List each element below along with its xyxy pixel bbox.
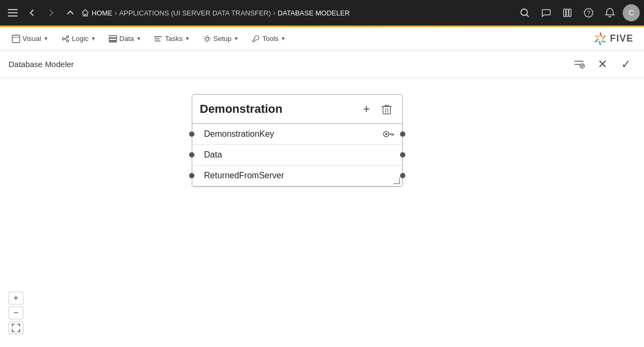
toolbar-tasks[interactable]: Tasks ▼	[149, 31, 195, 46]
toolbar-tools[interactable]: Tools ▼	[246, 31, 291, 46]
db-table-name: Demonstration	[200, 102, 354, 116]
breadcrumb-db-modeler[interactable]: DATABASE MODELER	[278, 9, 349, 17]
toolbar-tasks-label: Tasks	[165, 35, 182, 43]
breadcrumb-sep-2: ›	[273, 9, 276, 17]
notifications-icon-button[interactable]	[601, 4, 618, 21]
svg-rect-0	[8, 9, 18, 10]
svg-rect-25	[383, 106, 390, 114]
key-icon	[383, 130, 395, 138]
back-button[interactable]	[23, 4, 40, 21]
field-name: Data	[200, 150, 395, 160]
breadcrumb-apps[interactable]: APPLICATIONS (UI SERVER DATA TRANSFER)	[119, 9, 271, 17]
svg-point-12	[67, 40, 69, 42]
db-table-card[interactable]: Demonstration + DemonstrationKey Data Re…	[192, 94, 403, 187]
page-header: Database Modeler ✕ ✓	[0, 51, 644, 78]
toolbar-setup[interactable]: Setup ▼	[198, 31, 244, 46]
logic-caret: ▼	[91, 36, 96, 42]
setup-caret: ▼	[234, 36, 239, 42]
add-relation-button[interactable]	[569, 55, 589, 74]
forward-button[interactable]	[43, 4, 60, 21]
svg-rect-2	[8, 15, 18, 16]
table-row[interactable]: Data	[192, 145, 402, 166]
up-button[interactable]	[62, 4, 79, 21]
table-row[interactable]: ReturnedFromServer	[192, 166, 402, 186]
field-name: DemonstrationKey	[200, 129, 383, 139]
svg-rect-1	[8, 12, 18, 13]
tasks-caret: ▼	[185, 36, 190, 42]
svg-line-18	[600, 32, 601, 37]
svg-point-11	[67, 36, 69, 38]
close-button[interactable]: ✕	[593, 55, 612, 74]
svg-rect-5	[566, 9, 568, 16]
avatar-initial: C	[629, 9, 634, 17]
table-add-field-button[interactable]: +	[358, 101, 374, 117]
svg-line-21	[599, 41, 600, 45]
connector-right	[400, 131, 405, 137]
connector-left	[189, 152, 194, 158]
svg-point-27	[385, 133, 387, 135]
connector-left	[189, 131, 194, 137]
header-actions: ✕ ✓	[569, 55, 635, 74]
fit-view-button[interactable]	[9, 321, 23, 334]
main-canvas: Demonstration + DemonstrationKey Data Re…	[0, 78, 644, 347]
hamburger-menu-button[interactable]	[4, 4, 21, 21]
svg-rect-15	[109, 41, 117, 42]
svg-rect-6	[569, 9, 571, 16]
svg-rect-13	[109, 36, 117, 38]
page-title: Database Modeler	[9, 60, 74, 69]
toolbar-data-label: Data	[119, 35, 134, 43]
visual-caret: ▼	[43, 36, 48, 42]
home-label: HOME	[92, 9, 112, 17]
zoom-controls: + −	[9, 292, 23, 334]
resize-handle[interactable]	[394, 178, 400, 184]
confirm-button[interactable]: ✓	[616, 55, 635, 74]
svg-point-10	[62, 38, 64, 40]
toolbar-data[interactable]: Data ▼	[103, 31, 146, 46]
data-caret: ▼	[136, 36, 142, 42]
toolbar-logic-label: Logic	[72, 35, 88, 43]
field-name: ReturnedFromServer	[200, 171, 395, 180]
toolbar-tools-label: Tools	[262, 35, 278, 43]
user-avatar[interactable]: C	[623, 4, 640, 21]
tools-caret: ▼	[281, 36, 286, 42]
toolbar-logic[interactable]: Logic ▼	[56, 31, 101, 46]
connector-right	[400, 152, 405, 158]
svg-rect-4	[564, 9, 566, 16]
toolbar-visual[interactable]: Visual ▼	[6, 31, 54, 46]
svg-text:?: ?	[587, 10, 591, 17]
home-nav-button[interactable]: HOME	[81, 9, 112, 17]
table-row[interactable]: DemonstrationKey	[192, 124, 402, 145]
breadcrumb: HOME › APPLICATIONS (UI SERVER DATA TRAN…	[81, 9, 350, 17]
svg-rect-9	[12, 35, 20, 43]
breadcrumb-sep-1: ›	[115, 9, 117, 17]
db-table-header: Demonstration +	[192, 95, 402, 124]
zoom-in-button[interactable]: +	[9, 292, 23, 304]
five-logo-text: FIVE	[610, 33, 633, 44]
toolbar-setup-label: Setup	[214, 35, 232, 43]
help-icon-button[interactable]: ?	[580, 4, 597, 21]
five-logo: FIVE	[593, 31, 638, 46]
nav-left: HOME › APPLICATIONS (UI SERVER DATA TRAN…	[4, 4, 514, 21]
zoom-out-button[interactable]: −	[9, 307, 23, 319]
top-navigation: HOME › APPLICATIONS (UI SERVER DATA TRAN…	[0, 0, 644, 26]
svg-rect-14	[109, 38, 117, 40]
connector-right	[400, 173, 405, 178]
secondary-toolbar: Visual ▼ Logic ▼ Data ▼ Tasks ▼ Setup ▼ …	[0, 27, 644, 51]
chat-icon-button[interactable]	[537, 4, 555, 21]
svg-point-3	[521, 9, 527, 15]
toolbar-visual-label: Visual	[22, 35, 41, 43]
library-icon-button[interactable]	[559, 4, 576, 21]
connector-left	[189, 173, 194, 178]
search-icon-button[interactable]	[516, 4, 533, 21]
table-delete-button[interactable]	[379, 101, 395, 117]
nav-right: ? C	[516, 4, 640, 21]
